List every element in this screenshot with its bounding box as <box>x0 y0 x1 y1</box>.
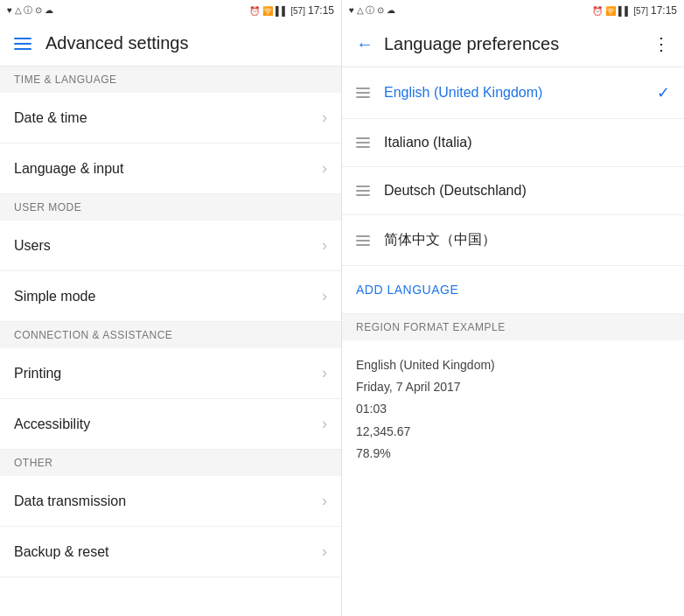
language-input-chevron-icon: › <box>322 159 327 178</box>
add-language-button[interactable]: ADD LANGUAGE <box>342 266 684 314</box>
right-header: ← Language preferences ⋮ <box>342 21 684 67</box>
status-bars: ♥ △ ⓘ ⊙ ☁ ⏰ 🛜 ▌▌ [57] 17:15 ♥ △ ⓘ ⊙ ☁ ⏰ … <box>0 0 684 21</box>
drag-line <box>356 186 370 187</box>
drag-line <box>356 240 370 242</box>
printing-chevron-icon: › <box>322 364 327 382</box>
status-bar-left: ♥ △ ⓘ ⊙ ☁ ⏰ 🛜 ▌▌ [57] 17:15 <box>0 0 342 21</box>
list-item-language-input[interactable]: Language & input › <box>0 144 341 194</box>
region-line-5: 78.9% <box>356 443 670 465</box>
more-options-icon[interactable]: ⋮ <box>653 33 670 54</box>
drag-line <box>356 194 370 196</box>
drag-line <box>356 137 370 139</box>
language-english-name: English (United Kingdom) <box>384 85 643 101</box>
left-system-icons: ⏰ 🛜 ▌▌ [57] 17:15 <box>249 4 334 17</box>
drag-line <box>356 235 370 237</box>
list-item-printing[interactable]: Printing › <box>0 348 341 399</box>
right-signal-icon: ▌▌ <box>618 6 631 16</box>
region-line-1: English (United Kingdom) <box>356 354 670 376</box>
section-header-other: OTHER <box>0 450 341 476</box>
backup-reset-label: Backup & reset <box>14 544 109 560</box>
drag-line <box>356 244 370 246</box>
signal-icon: ▌▌ <box>276 6 288 16</box>
right-notif-icons: ♥ △ ⓘ ⊙ ☁ <box>349 4 395 17</box>
printing-label: Printing <box>14 366 61 382</box>
left-panel: Advanced settings TIME & LANGUAGE Date &… <box>0 21 342 616</box>
left-header: Advanced settings <box>0 21 341 66</box>
left-panel-title: Advanced settings <box>45 33 188 53</box>
language-chinese-name: 简体中文（中国） <box>384 231 670 249</box>
list-item-data-transmission[interactable]: Data transmission › <box>0 476 341 527</box>
hamburger-line <box>14 38 31 39</box>
accessibility-chevron-icon: › <box>322 415 327 433</box>
notification-icons: ♥ △ ⓘ ⊙ ☁ <box>7 4 53 17</box>
users-chevron-icon: › <box>322 236 327 255</box>
data-transmission-label: Data transmission <box>14 494 126 509</box>
drag-line <box>356 190 370 192</box>
right-wifi-icon: 🛜 <box>605 6 616 16</box>
simple-mode-label: Simple mode <box>14 289 95 304</box>
drag-line <box>356 142 370 144</box>
users-label: Users <box>14 238 51 254</box>
section-header-time-language: TIME & LANGUAGE <box>0 66 341 93</box>
battery-icon: [57] <box>290 6 305 16</box>
wifi-icon: 🛜 <box>262 6 273 16</box>
drag-line <box>356 96 370 98</box>
list-item-date-time[interactable]: Date & time › <box>0 93 341 144</box>
drag-line <box>356 88 370 89</box>
right-alarm-icon: ⏰ <box>592 6 603 16</box>
list-item-backup-reset[interactable]: Backup & reset › <box>0 527 341 578</box>
drag-handle-icon <box>356 186 370 196</box>
backup-reset-chevron-icon: › <box>322 542 327 561</box>
region-format-content: English (United Kingdom) Friday, 7 April… <box>342 340 684 479</box>
right-system-icons: ⏰ 🛜 ▌▌ [57] 17:15 <box>592 4 677 17</box>
language-italiano-name: Italiano (Italia) <box>384 135 670 150</box>
right-notification-icons: ♥ △ ⓘ ⊙ ☁ <box>349 4 395 17</box>
hamburger-line <box>14 43 31 45</box>
list-item-simple-mode[interactable]: Simple mode › <box>0 271 341 322</box>
language-item-chinese[interactable]: 简体中文（中国） <box>342 215 684 266</box>
language-deutsch-name: Deutsch (Deutschland) <box>384 183 670 199</box>
simple-mode-chevron-icon: › <box>322 287 327 305</box>
region-line-4: 12,345.67 <box>356 421 670 443</box>
back-icon[interactable]: ← <box>356 34 373 54</box>
language-item-italiano[interactable]: Italiano (Italia) <box>342 119 684 167</box>
drag-handle-icon <box>356 235 370 246</box>
right-panel-title: Language preferences <box>384 34 642 54</box>
date-time-label: Date & time <box>14 110 87 126</box>
drag-handle-icon <box>356 137 370 148</box>
region-format-header: REGION FORMAT EXAMPLE <box>342 314 684 340</box>
main-content: Advanced settings TIME & LANGUAGE Date &… <box>0 21 684 616</box>
section-header-connection: CONNECTION & ASSISTANCE <box>0 322 341 348</box>
left-time: 17:15 <box>308 4 334 17</box>
date-time-chevron-icon: › <box>322 108 327 127</box>
accessibility-label: Accessibility <box>14 416 90 432</box>
status-bar-right: ♥ △ ⓘ ⊙ ☁ ⏰ 🛜 ▌▌ [57] 17:15 <box>342 0 684 21</box>
add-language-label: ADD LANGUAGE <box>356 283 458 297</box>
language-item-english[interactable]: English (United Kingdom) ✓ <box>342 67 684 119</box>
drag-handle-icon <box>356 88 370 98</box>
selected-check-icon: ✓ <box>657 83 670 102</box>
drag-line <box>356 146 370 148</box>
language-item-deutsch[interactable]: Deutsch (Deutschland) <box>342 167 684 215</box>
hamburger-menu-icon[interactable] <box>14 38 31 50</box>
region-line-2: Friday, 7 April 2017 <box>356 376 670 398</box>
right-battery-icon: [57] <box>633 6 648 16</box>
list-item-users[interactable]: Users › <box>0 220 341 271</box>
drag-line <box>356 92 370 94</box>
language-input-label: Language & input <box>14 161 123 177</box>
data-transmission-chevron-icon: › <box>322 492 327 510</box>
right-panel: ← Language preferences ⋮ English (United… <box>342 21 684 616</box>
section-header-user-mode: USER MODE <box>0 194 341 220</box>
region-line-3: 01:03 <box>356 398 670 420</box>
right-time: 17:15 <box>651 4 677 17</box>
alarm-icon: ⏰ <box>249 6 260 16</box>
list-item-accessibility[interactable]: Accessibility › <box>0 399 341 450</box>
hamburger-line <box>14 48 31 50</box>
left-status-icons: ♥ △ ⓘ ⊙ ☁ <box>7 4 53 17</box>
